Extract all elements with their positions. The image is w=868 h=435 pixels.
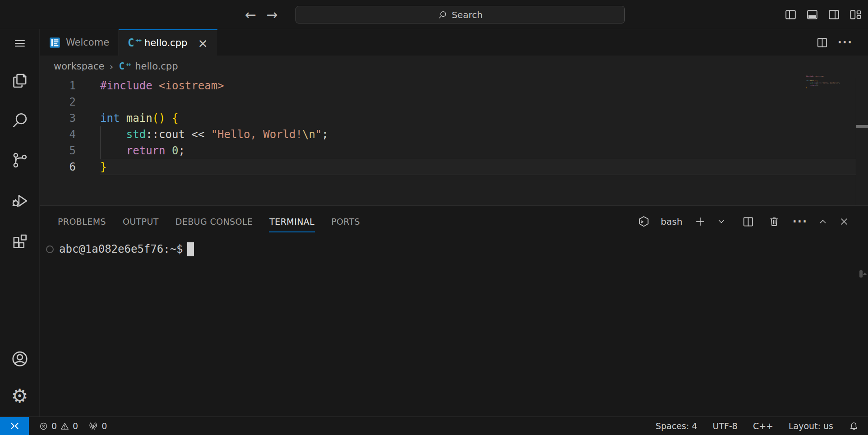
accounts-button[interactable] (0, 349, 40, 369)
vscode-window: ← → Search (0, 0, 868, 435)
back-button[interactable]: ← (245, 7, 256, 23)
minimap-divider (856, 78, 856, 205)
terminal-cursor (187, 242, 194, 256)
sidebar-item-run-debug[interactable] (0, 190, 40, 209)
error-icon (39, 421, 48, 431)
line-number: 1 (40, 78, 100, 94)
search-icon (438, 10, 448, 20)
warning-count: 0 (73, 421, 78, 431)
source-control-icon (10, 151, 29, 170)
bottom-panel: PROBLEMS OUTPUT DEBUG CONSOLE TERMINAL P… (40, 205, 868, 416)
tab-hello-cpp[interactable]: C++ hello.cpp × (119, 29, 217, 56)
tab-label: hello.cpp (144, 37, 187, 48)
overview-ruler-cursor-marker (856, 125, 868, 128)
panel-tab-debug-console[interactable]: DEBUG CONSOLE (175, 206, 253, 237)
bash-shell-icon (637, 215, 651, 228)
toggle-panel-icon[interactable] (805, 8, 819, 22)
code-line[interactable]: int main() { (100, 110, 856, 126)
breadcrumb-folder[interactable]: workspace (54, 61, 104, 72)
terminal-scroll-arrow-icon (863, 273, 867, 275)
split-editor-icon[interactable] (816, 36, 829, 49)
minimap-content: #include <iostream>int main() { std::cou… (806, 75, 855, 89)
extensions-icon (10, 230, 29, 249)
search-label: Search (452, 9, 483, 20)
cpp-file-icon: C++ (119, 61, 129, 72)
code-line[interactable]: #include <iostream> (100, 78, 856, 94)
gear-icon: ⚙ (11, 387, 28, 406)
panel-more-actions-icon[interactable]: ··· (793, 215, 808, 228)
remote-icon (9, 420, 21, 432)
code-line[interactable]: std::cout << "Hello, World!\n"; (100, 126, 856, 143)
customize-layout-icon[interactable] (849, 8, 863, 22)
kill-terminal-trash-icon[interactable] (768, 215, 780, 228)
ports-count: 0 (102, 421, 107, 431)
terminal-prompt: abc@1a082e6e5f76:~$ (59, 243, 183, 255)
breadcrumb-file[interactable]: hello.cpp (135, 61, 178, 72)
panel-tab-output[interactable]: OUTPUT (123, 206, 159, 237)
panel-tab-terminal[interactable]: TERMINAL (269, 206, 314, 237)
line-number: 4 (40, 126, 100, 143)
problems-status[interactable]: 0 0 (39, 421, 78, 431)
gutter: 123456 (40, 78, 100, 175)
settings-button[interactable]: ⚙ (0, 387, 40, 406)
notifications-bell-icon[interactable] (849, 421, 859, 431)
line-number: 2 (40, 94, 100, 110)
warning-icon (60, 421, 69, 431)
code-line[interactable]: return 0; (100, 143, 856, 159)
forward-button[interactable]: → (266, 7, 277, 23)
toggle-secondary-sidebar-icon[interactable] (827, 8, 841, 22)
language-mode-status[interactable]: C++ (753, 421, 773, 431)
code-editor[interactable]: 123456 #include <iostream>int main() { s… (40, 77, 868, 205)
panel-tab-ports[interactable]: PORTS (331, 206, 360, 237)
indentation-status[interactable]: Spaces: 4 (656, 421, 697, 431)
cpp-file-icon: C++ (128, 37, 139, 49)
line-number: 3 (40, 110, 100, 126)
hamburger-icon (13, 37, 27, 50)
tab-bar: Welcome C++ hello.cpp × ··· (40, 29, 868, 56)
breadcrumb-separator: › (109, 61, 113, 72)
search-input[interactable]: Search (295, 6, 625, 23)
status-bar: 0 0 0 Spaces: 4 UTF-8 C++ Layout: us (0, 416, 868, 435)
terminal-content[interactable]: abc@1a082e6e5f76:~$ (40, 237, 868, 416)
encoding-status[interactable]: UTF-8 (713, 421, 738, 431)
terminal-scrollbar[interactable] (859, 270, 863, 278)
sidebar-item-extensions[interactable] (0, 230, 40, 249)
breadcrumb: workspace › C++ hello.cpp (40, 56, 868, 77)
code-lines: #include <iostream>int main() { std::cou… (100, 78, 856, 175)
code-line[interactable]: } (100, 159, 856, 175)
split-terminal-icon[interactable] (742, 215, 755, 228)
new-terminal-icon[interactable] (694, 215, 706, 228)
radio-tower-icon (88, 421, 98, 431)
tab-label: Welcome (66, 37, 109, 48)
close-panel-icon[interactable] (838, 216, 850, 227)
menu-button[interactable] (0, 37, 40, 50)
minimap[interactable]: #include <iostream>int main() { std::cou… (806, 75, 855, 89)
sidebar-item-source-control[interactable] (0, 151, 40, 170)
editor-area: Welcome C++ hello.cpp × ··· workspace › … (40, 29, 868, 205)
welcome-book-icon (49, 37, 61, 49)
keyboard-layout-status[interactable]: Layout: us (789, 421, 833, 431)
activity-bar: ⚙ (0, 29, 40, 416)
sidebar-item-explorer[interactable] (0, 71, 40, 90)
toggle-primary-sidebar-icon[interactable] (784, 8, 798, 22)
tab-close-icon[interactable]: × (198, 37, 208, 49)
terminal-dropdown-chevron-icon[interactable] (716, 216, 727, 227)
terminal-shell-label[interactable]: bash (661, 216, 683, 227)
panel-tab-problems[interactable]: PROBLEMS (58, 206, 106, 237)
error-count: 0 (51, 421, 57, 431)
ports-status[interactable]: 0 (88, 421, 107, 431)
editor-more-actions-icon[interactable]: ··· (838, 36, 853, 49)
line-number: 6 (40, 159, 100, 175)
tab-welcome[interactable]: Welcome (40, 29, 119, 56)
code-line[interactable] (100, 94, 856, 110)
remote-indicator[interactable] (0, 417, 29, 435)
sidebar-item-search[interactable] (0, 111, 40, 130)
titlebar: ← → Search (0, 0, 868, 29)
account-icon (10, 349, 30, 369)
terminal-command-decoration-icon (46, 245, 54, 253)
maximize-panel-chevron-icon[interactable] (817, 216, 829, 227)
search-sidebar-icon (10, 111, 29, 130)
files-icon (10, 71, 29, 90)
run-debug-icon (10, 190, 29, 209)
panel-header: PROBLEMS OUTPUT DEBUG CONSOLE TERMINAL P… (40, 206, 868, 237)
